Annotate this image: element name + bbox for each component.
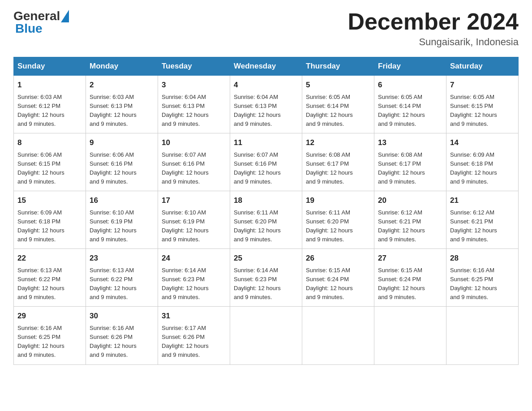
day-number: 26 [306,253,370,264]
table-cell: 31Sunrise: 6:17 AMSunset: 6:26 PMDayligh… [158,307,230,364]
day-number: 17 [162,195,226,206]
table-cell: 3Sunrise: 6:04 AMSunset: 6:13 PMDaylight… [158,76,230,133]
table-cell [302,307,374,364]
table-cell: 21Sunrise: 6:12 AMSunset: 6:21 PMDayligh… [446,191,519,249]
header-friday: Friday [374,57,446,76]
location-title: Sungaisarik, Indonesia [348,36,519,48]
day-number: 18 [234,195,298,206]
day-info: Sunrise: 6:05 AMSunset: 6:15 PMDaylight:… [450,93,515,129]
header-tuesday: Tuesday [158,57,230,76]
table-cell: 2Sunrise: 6:03 AMSunset: 6:13 PMDaylight… [86,76,158,133]
day-info: Sunrise: 6:03 AMSunset: 6:12 PMDaylight:… [17,93,82,129]
table-cell: 5Sunrise: 6:05 AMSunset: 6:14 PMDaylight… [302,76,374,133]
day-number: 15 [17,195,82,206]
table-cell [230,307,302,364]
day-number: 2 [90,79,154,91]
table-cell: 19Sunrise: 6:11 AMSunset: 6:20 PMDayligh… [302,191,374,249]
day-info: Sunrise: 6:17 AMSunset: 6:26 PMDaylight:… [162,324,226,360]
week-row-3: 15Sunrise: 6:09 AMSunset: 6:18 PMDayligh… [14,191,519,249]
day-info: Sunrise: 6:08 AMSunset: 6:17 PMDaylight:… [378,150,442,187]
table-cell: 20Sunrise: 6:12 AMSunset: 6:21 PMDayligh… [374,191,446,249]
day-info: Sunrise: 6:16 AMSunset: 6:25 PMDaylight:… [17,324,82,360]
day-number: 19 [306,195,370,206]
day-info: Sunrise: 6:06 AMSunset: 6:16 PMDaylight:… [90,150,154,187]
month-title: December 2024 [348,9,519,34]
day-info: Sunrise: 6:10 AMSunset: 6:19 PMDaylight:… [162,208,226,244]
day-info: Sunrise: 6:06 AMSunset: 6:15 PMDaylight:… [17,150,82,187]
day-number: 29 [17,310,82,322]
table-cell: 9Sunrise: 6:06 AMSunset: 6:16 PMDaylight… [86,133,158,191]
table-cell: 18Sunrise: 6:11 AMSunset: 6:20 PMDayligh… [230,191,302,249]
day-info: Sunrise: 6:15 AMSunset: 6:24 PMDaylight:… [306,266,370,302]
day-info: Sunrise: 6:14 AMSunset: 6:23 PMDaylight:… [162,266,226,302]
week-row-2: 8Sunrise: 6:06 AMSunset: 6:15 PMDaylight… [14,133,519,191]
day-number: 24 [162,253,226,264]
table-cell: 30Sunrise: 6:16 AMSunset: 6:26 PMDayligh… [86,307,158,364]
day-info: Sunrise: 6:09 AMSunset: 6:18 PMDaylight:… [17,208,82,244]
table-cell: 13Sunrise: 6:08 AMSunset: 6:17 PMDayligh… [374,133,446,191]
day-number: 23 [90,253,154,264]
table-cell: 24Sunrise: 6:14 AMSunset: 6:23 PMDayligh… [158,249,230,307]
day-number: 8 [17,137,82,149]
week-row-1: 1Sunrise: 6:03 AMSunset: 6:12 PMDaylight… [14,76,519,133]
title-block: December 2024 Sungaisarik, Indonesia [348,9,519,48]
table-cell [446,307,519,364]
day-info: Sunrise: 6:10 AMSunset: 6:19 PMDaylight:… [90,208,154,244]
day-info: Sunrise: 6:11 AMSunset: 6:20 PMDaylight:… [306,208,370,244]
day-number: 13 [378,137,442,149]
table-cell: 25Sunrise: 6:14 AMSunset: 6:23 PMDayligh… [230,249,302,307]
day-info: Sunrise: 6:14 AMSunset: 6:23 PMDaylight:… [234,266,298,302]
table-cell: 23Sunrise: 6:13 AMSunset: 6:22 PMDayligh… [86,249,158,307]
day-number: 12 [306,137,370,149]
table-cell: 1Sunrise: 6:03 AMSunset: 6:12 PMDaylight… [14,76,86,133]
header-monday: Monday [86,57,158,76]
day-info: Sunrise: 6:07 AMSunset: 6:16 PMDaylight:… [162,150,226,187]
header-wednesday: Wednesday [230,57,302,76]
table-cell: 17Sunrise: 6:10 AMSunset: 6:19 PMDayligh… [158,191,230,249]
table-cell: 22Sunrise: 6:13 AMSunset: 6:22 PMDayligh… [14,249,86,307]
table-cell: 14Sunrise: 6:09 AMSunset: 6:18 PMDayligh… [446,133,519,191]
day-number: 6 [378,79,442,91]
table-cell: 16Sunrise: 6:10 AMSunset: 6:19 PMDayligh… [86,191,158,249]
day-number: 25 [234,253,298,264]
day-number: 7 [450,79,515,91]
day-info: Sunrise: 6:04 AMSunset: 6:13 PMDaylight:… [162,93,226,129]
day-number: 3 [162,79,226,91]
day-info: Sunrise: 6:16 AMSunset: 6:25 PMDaylight:… [450,266,515,302]
day-number: 9 [90,137,154,149]
day-number: 1 [17,79,82,91]
table-cell: 6Sunrise: 6:05 AMSunset: 6:14 PMDaylight… [374,76,446,133]
table-cell: 7Sunrise: 6:05 AMSunset: 6:15 PMDaylight… [446,76,519,133]
day-info: Sunrise: 6:04 AMSunset: 6:13 PMDaylight:… [234,93,298,129]
header-thursday: Thursday [302,57,374,76]
day-number: 28 [450,253,515,264]
day-info: Sunrise: 6:12 AMSunset: 6:21 PMDaylight:… [378,208,442,244]
table-cell: 12Sunrise: 6:08 AMSunset: 6:17 PMDayligh… [302,133,374,191]
header-sunday: Sunday [14,57,86,76]
page-header: General Blue December 2024 Sungaisarik, … [13,9,519,48]
table-cell: 27Sunrise: 6:15 AMSunset: 6:24 PMDayligh… [374,249,446,307]
day-info: Sunrise: 6:13 AMSunset: 6:22 PMDaylight:… [90,266,154,302]
table-cell: 29Sunrise: 6:16 AMSunset: 6:25 PMDayligh… [14,307,86,364]
table-cell: 26Sunrise: 6:15 AMSunset: 6:24 PMDayligh… [302,249,374,307]
header-saturday: Saturday [446,57,519,76]
day-number: 10 [162,137,226,149]
table-cell: 4Sunrise: 6:04 AMSunset: 6:13 PMDaylight… [230,76,302,133]
day-number: 30 [90,310,154,322]
day-info: Sunrise: 6:11 AMSunset: 6:20 PMDaylight:… [234,208,298,244]
calendar-header-row: SundayMondayTuesdayWednesdayThursdayFrid… [14,57,519,76]
day-info: Sunrise: 6:07 AMSunset: 6:16 PMDaylight:… [234,150,298,187]
day-info: Sunrise: 6:03 AMSunset: 6:13 PMDaylight:… [90,93,154,129]
logo-blue-text: Blue [13,21,43,36]
day-number: 14 [450,137,515,149]
day-info: Sunrise: 6:13 AMSunset: 6:22 PMDaylight:… [17,266,82,302]
day-number: 27 [378,253,442,264]
day-info: Sunrise: 6:08 AMSunset: 6:17 PMDaylight:… [306,150,370,187]
logo: General Blue [13,9,69,36]
day-info: Sunrise: 6:09 AMSunset: 6:18 PMDaylight:… [450,150,515,187]
day-number: 20 [378,195,442,206]
calendar-table: SundayMondayTuesdayWednesdayThursdayFrid… [13,57,519,364]
day-info: Sunrise: 6:05 AMSunset: 6:14 PMDaylight:… [306,93,370,129]
week-row-5: 29Sunrise: 6:16 AMSunset: 6:25 PMDayligh… [14,307,519,364]
day-number: 5 [306,79,370,91]
